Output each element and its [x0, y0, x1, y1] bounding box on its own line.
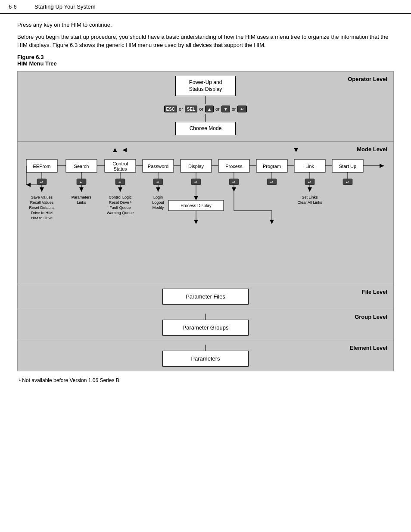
enter-key: ↵ — [237, 106, 247, 112]
svg-text:Display: Display — [188, 164, 204, 169]
svg-marker-53 — [232, 187, 236, 192]
choose-mode-box: Choose Mode — [175, 122, 236, 135]
file-level-content: Parameter Files — [22, 289, 389, 305]
svg-text:↵: ↵ — [156, 180, 160, 184]
svg-text:↵: ↵ — [40, 180, 44, 184]
main-content: Press any key on the HIM to continue. Be… — [0, 14, 411, 392]
svg-marker-59 — [308, 187, 312, 192]
svg-text:Drive to HIM: Drive to HIM — [31, 211, 53, 215]
sel-key: SEL — [185, 106, 197, 112]
parameter-groups-box: Parameter Groups — [162, 320, 249, 336]
svg-marker-38 — [79, 187, 84, 192]
svg-text:↵: ↵ — [194, 180, 198, 184]
svg-text:Save Values: Save Values — [31, 195, 53, 199]
svg-text:Start Up: Start Up — [339, 164, 356, 169]
horiz-nav-row: ◄ ▲ ▼ — [22, 146, 389, 154]
svg-text:↵: ↵ — [346, 180, 349, 184]
down-arrow-key: ▼ — [221, 106, 230, 112]
page-number: 6-6 — [9, 3, 34, 10]
svg-text:Reset Defaults: Reset Defaults — [29, 205, 55, 210]
svg-text:HIM to Drive: HIM to Drive — [31, 216, 53, 220]
svg-text:Status: Status — [113, 166, 127, 171]
svg-text:EEProm: EEProm — [33, 164, 51, 169]
svg-text:Link: Link — [305, 164, 314, 169]
svg-marker-42 — [118, 187, 122, 192]
footnote: ¹ Not available before Version 1.06 Seri… — [17, 377, 394, 383]
svg-text:Reset Drive ¹: Reset Drive ¹ — [109, 200, 132, 205]
parameter-files-box: Parameter Files — [162, 289, 249, 305]
svg-text:Fault Queue: Fault Queue — [109, 205, 131, 210]
svg-text:↵: ↵ — [80, 180, 83, 184]
intro-line1: Press any key on the HIM to continue. — [17, 21, 394, 29]
file-level-label: File Level — [362, 289, 387, 295]
group-level-label: Group Level — [355, 314, 387, 320]
intro-line2: Before you begin the start up procedure,… — [17, 33, 394, 50]
vline-2 — [206, 114, 206, 122]
svg-text:Login: Login — [153, 195, 163, 199]
mode-level-label: Mode Level — [357, 146, 387, 152]
mode-level-band: Mode Level ◄ ▲ — [18, 141, 393, 284]
key-row: ESC or SEL or ▲ or ▼ or ↵ — [164, 106, 247, 112]
group-level-content: Parameter Groups — [22, 314, 389, 336]
svg-text:Control: Control — [112, 161, 128, 166]
file-level-band: File Level Parameter Files — [18, 284, 393, 309]
mode-level-svg: EEProm Search Control Status Password Di… — [22, 157, 401, 278]
element-level-content: Parameters — [22, 345, 389, 367]
svg-marker-46 — [156, 187, 160, 192]
vline-1 — [206, 96, 206, 104]
up-arrow-key: ▲ — [205, 106, 214, 112]
operator-level-band: Operator Level Power-Up and Status Displ… — [18, 72, 393, 141]
vline-element-top — [206, 345, 206, 351]
him-menu-tree-diagram: Operator Level Power-Up and Status Displ… — [17, 71, 394, 371]
svg-text:Program: Program — [263, 164, 281, 169]
element-level-label: Element Level — [350, 345, 387, 351]
operator-level-label: Operator Level — [348, 76, 387, 82]
svg-text:Parameters: Parameters — [72, 195, 92, 199]
svg-marker-2 — [380, 164, 384, 168]
svg-text:↵: ↵ — [118, 180, 122, 184]
svg-text:↵: ↵ — [232, 180, 236, 184]
esc-key: ESC — [164, 106, 177, 112]
intro-text: Press any key on the HIM to continue. Be… — [17, 21, 394, 50]
svg-text:Clear All Links: Clear All Links — [297, 200, 322, 205]
svg-text:↵: ↵ — [308, 180, 311, 184]
svg-marker-77 — [194, 196, 198, 200]
svg-text:Process Display: Process Display — [181, 203, 212, 208]
svg-text:Recall Values: Recall Values — [30, 200, 54, 205]
svg-text:Logout: Logout — [152, 200, 164, 205]
vline-group-top — [206, 314, 206, 320]
svg-text:↵: ↵ — [270, 180, 274, 184]
element-level-band: Element Level Parameters — [18, 340, 393, 371]
svg-text:Warning Queue: Warning Queue — [107, 211, 134, 215]
svg-text:Process: Process — [225, 164, 243, 169]
svg-marker-85 — [270, 220, 274, 224]
svg-marker-34 — [40, 187, 44, 192]
power-up-box: Power-Up and Status Display — [175, 76, 236, 96]
svg-text:Set Links: Set Links — [302, 195, 318, 199]
svg-text:Password: Password — [148, 164, 168, 169]
group-level-band: Group Level Parameter Groups — [18, 309, 393, 340]
parameters-box: Parameters — [162, 351, 249, 367]
svg-text:Links: Links — [77, 200, 86, 205]
svg-marker-90 — [26, 183, 31, 187]
figure-caption: Figure 6.3 HIM Menu Tree — [17, 54, 394, 67]
operator-level-content: Power-Up and Status Display ESC or SEL o… — [22, 76, 389, 135]
svg-marker-81 — [194, 220, 198, 224]
svg-text:Control Logic: Control Logic — [109, 195, 132, 199]
svg-text:Search: Search — [74, 164, 89, 169]
page-header: 6-6 Starting Up Your System — [0, 0, 411, 14]
page-title: Starting Up Your System — [34, 3, 96, 10]
svg-text:Modify: Modify — [153, 205, 164, 210]
